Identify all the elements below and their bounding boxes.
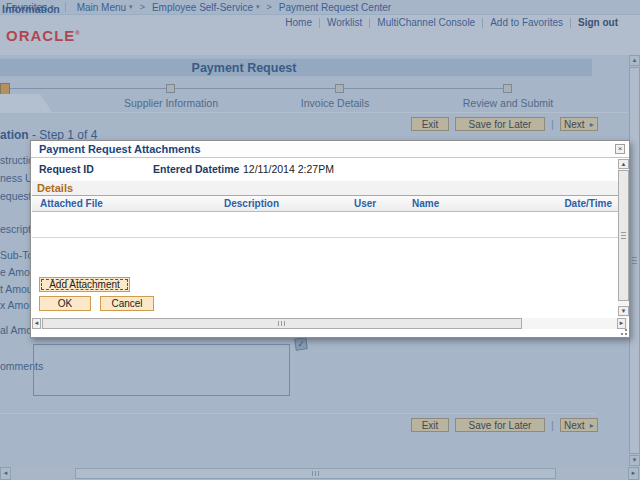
scroll-up-icon[interactable]: ▲ xyxy=(618,159,629,169)
payment-request-attachments-dialog: Payment Request Attachments × Request ID… xyxy=(30,140,630,338)
application-window: Favorites ▾ Main Menu ▾ > Employee Self-… xyxy=(0,0,640,480)
dialog-horizontal-scrollbar-thumb[interactable] xyxy=(42,318,522,329)
attachments-table-header: Attached File Description User Name Date… xyxy=(32,196,618,212)
scrollbar-grip xyxy=(278,321,285,326)
close-icon[interactable]: × xyxy=(615,144,625,154)
scroll-left-icon[interactable]: ◄ xyxy=(32,318,41,329)
dialog-vertical-scrollbar[interactable]: ▲ ▼ xyxy=(618,159,629,317)
dialog-title: Payment Request Attachments xyxy=(39,143,201,155)
dialog-vertical-scrollbar-thumb[interactable] xyxy=(618,170,629,301)
request-id-label: Request ID xyxy=(39,163,94,175)
dialog-resize-handle[interactable] xyxy=(620,328,628,336)
scrollbar-grip xyxy=(621,232,626,239)
column-description: Description xyxy=(224,198,279,209)
attachments-empty-row xyxy=(32,212,618,238)
entered-datetime-value: 12/11/2014 2:27PM xyxy=(243,163,334,175)
column-name: Name xyxy=(412,198,439,209)
scroll-down-icon[interactable]: ▼ xyxy=(618,306,629,316)
dialog-titlebar[interactable]: Payment Request Attachments × xyxy=(31,141,629,158)
dialog-horizontal-scrollbar[interactable]: ◄ ► xyxy=(32,318,628,329)
cancel-button[interactable]: Cancel xyxy=(100,296,154,311)
column-date-time: Date/Time xyxy=(564,198,612,209)
column-user: User xyxy=(354,198,376,209)
entered-datetime-label: Entered Datetime xyxy=(153,163,239,175)
details-section-bar: Details xyxy=(32,181,618,196)
ok-button[interactable]: OK xyxy=(39,296,91,311)
add-attachment-button[interactable]: Add Attachment xyxy=(39,277,130,292)
column-attached-file: Attached File xyxy=(40,198,103,209)
details-section-title: Details xyxy=(37,182,73,194)
